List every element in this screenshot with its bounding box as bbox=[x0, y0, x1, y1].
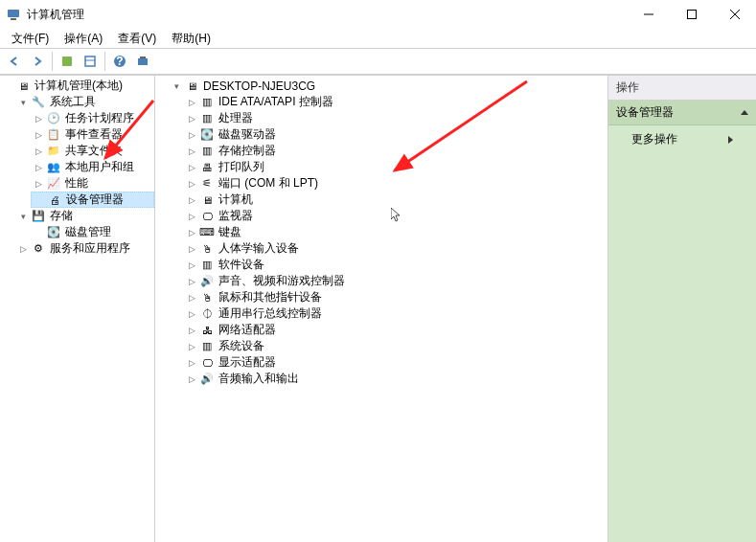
expand-icon[interactable]: ▷ bbox=[186, 97, 197, 108]
section-label: 设备管理器 bbox=[616, 104, 674, 121]
device-category-icon: 🖥 bbox=[199, 192, 215, 208]
menu-help[interactable]: 帮助(H) bbox=[164, 29, 218, 49]
expand-icon[interactable]: ▷ bbox=[186, 357, 197, 369]
left-tree-pane[interactable]: ▷ 🖥 计算机管理(本地) ▾ 🔧 系统工具 ▷🕑任务计划程序 ▷📋事件查看 bbox=[0, 76, 155, 542]
tree-label: 处理器 bbox=[218, 110, 253, 126]
collapse-icon[interactable]: ▾ bbox=[17, 211, 29, 222]
device-category-icon: 🖵 bbox=[199, 209, 215, 224]
tree-item-shared-folders[interactable]: ▷📁共享文件夹 bbox=[31, 143, 154, 159]
more-actions-item[interactable]: 更多操作 bbox=[608, 125, 756, 153]
expand-icon[interactable]: ▷ bbox=[186, 178, 197, 190]
expand-icon[interactable]: ▷ bbox=[186, 227, 197, 238]
collapse-icon[interactable]: ▾ bbox=[171, 80, 182, 92]
tree-label: 网络适配器 bbox=[218, 322, 276, 338]
menu-view[interactable]: 查看(V) bbox=[110, 29, 164, 49]
device-item[interactable]: ▷ 🖥 计算机 bbox=[184, 192, 607, 208]
expand-icon[interactable]: ▷ bbox=[186, 276, 197, 287]
tree-item-local-users[interactable]: ▷👥本地用户和组 bbox=[31, 159, 154, 175]
tree-root-computer-mgmt[interactable]: ▷ 🖥 计算机管理(本地) bbox=[0, 78, 154, 94]
tree-label: 软件设备 bbox=[218, 257, 264, 273]
menu-action[interactable]: 操作(A) bbox=[57, 29, 110, 49]
device-item[interactable]: ▷ ▥ IDE ATA/ATAPI 控制器 bbox=[184, 94, 607, 110]
minimize-button[interactable] bbox=[627, 0, 670, 29]
device-item[interactable]: ▷ ▥ 存储控制器 bbox=[184, 143, 607, 159]
device-item[interactable]: ▷ ⌨ 键盘 bbox=[184, 224, 607, 240]
device-item[interactable]: ▷ 🖶 打印队列 bbox=[184, 159, 607, 175]
toolbar-btn-4[interactable] bbox=[132, 51, 153, 72]
help-button[interactable]: ? bbox=[109, 51, 130, 72]
expand-icon[interactable]: ▷ bbox=[33, 162, 44, 173]
expand-icon[interactable]: ▷ bbox=[33, 113, 44, 124]
tree-item-device-manager[interactable]: ▷🖨设备管理器 bbox=[31, 192, 154, 208]
device-root[interactable]: ▾ 🖥 DESKTOP-NJEU3CG bbox=[169, 78, 607, 94]
window-controls bbox=[627, 0, 756, 29]
expand-icon[interactable]: ▷ bbox=[186, 129, 197, 141]
toolbar-btn-1[interactable] bbox=[57, 51, 78, 72]
expand-icon[interactable]: ▷ bbox=[186, 292, 197, 304]
device-item[interactable]: ▷ ⚟ 端口 (COM 和 LPT) bbox=[184, 175, 607, 192]
collapse-icon[interactable]: ▾ bbox=[17, 97, 29, 108]
tree-label: 人体学输入设备 bbox=[218, 240, 299, 257]
actions-section-title[interactable]: 设备管理器 bbox=[608, 101, 756, 125]
svg-rect-6 bbox=[62, 56, 72, 66]
tree-item-services[interactable]: ▷ ⚙ 服务和应用程序 bbox=[15, 240, 154, 257]
expand-icon[interactable]: ▷ bbox=[33, 129, 44, 141]
expand-icon[interactable]: ▷ bbox=[186, 325, 197, 336]
action-label: 更多操作 bbox=[631, 131, 677, 147]
device-item[interactable]: ▷ ▥ 处理器 bbox=[184, 110, 607, 126]
device-category-icon: 🖵 bbox=[199, 355, 215, 371]
expand-icon[interactable]: ▷ bbox=[186, 113, 197, 124]
expand-icon[interactable]: ▷ bbox=[186, 341, 197, 352]
expand-icon[interactable]: ▷ bbox=[33, 146, 44, 157]
device-item[interactable]: ▷ 🔊 音频输入和输出 bbox=[184, 371, 607, 387]
tree-item-storage[interactable]: ▾ 💾 存储 bbox=[15, 208, 154, 224]
tree-label: 设备管理器 bbox=[66, 192, 124, 208]
device-item[interactable]: ▷ 🔊 声音、视频和游戏控制器 bbox=[184, 273, 607, 289]
events-icon: 📋 bbox=[46, 127, 61, 143]
clock-icon: 🕑 bbox=[46, 111, 61, 126]
maximize-button[interactable] bbox=[670, 0, 713, 29]
tree-item-disk-management[interactable]: ▷💽磁盘管理 bbox=[31, 224, 154, 240]
expand-icon[interactable]: ▷ bbox=[186, 194, 197, 206]
toolbar-separator bbox=[52, 52, 53, 71]
expand-icon[interactable]: ▷ bbox=[33, 178, 44, 190]
device-item[interactable]: ▷ 🖱 鼠标和其他指针设备 bbox=[184, 289, 607, 305]
expand-icon[interactable]: ▷ bbox=[186, 243, 197, 255]
device-item[interactable]: ▷ 💽 磁盘驱动器 bbox=[184, 126, 607, 143]
gear-icon: ⚙ bbox=[31, 241, 46, 257]
tree-item-task-scheduler[interactable]: ▷🕑任务计划程序 bbox=[31, 110, 154, 126]
expand-icon[interactable]: ▷ bbox=[186, 308, 197, 320]
tree-label: 端口 (COM 和 LPT) bbox=[218, 175, 318, 192]
tree-item-system-tools[interactable]: ▾ 🔧 系统工具 bbox=[15, 94, 154, 110]
expand-icon[interactable]: ▷ bbox=[186, 260, 197, 271]
back-button[interactable] bbox=[4, 51, 25, 72]
expand-icon[interactable]: ▷ bbox=[17, 243, 29, 255]
svg-rect-0 bbox=[8, 10, 19, 17]
forward-button[interactable] bbox=[27, 51, 48, 72]
svg-text:?: ? bbox=[116, 55, 123, 68]
toolbar-btn-2[interactable] bbox=[80, 51, 101, 72]
expand-icon[interactable]: ▷ bbox=[186, 162, 197, 173]
content-area: ▷ 🖥 计算机管理(本地) ▾ 🔧 系统工具 ▷🕑任务计划程序 ▷📋事件查看 bbox=[0, 75, 756, 542]
device-item[interactable]: ▷ 🖵 显示适配器 bbox=[184, 354, 607, 371]
device-item[interactable]: ▷ 🖧 网络适配器 bbox=[184, 322, 607, 338]
device-category-icon: 🖧 bbox=[199, 323, 215, 338]
device-item[interactable]: ▷ 🖱 人体学输入设备 bbox=[184, 240, 607, 257]
menu-file[interactable]: 文件(F) bbox=[4, 29, 57, 49]
device-category-icon: 🖶 bbox=[199, 160, 215, 175]
device-item[interactable]: ▷ 🖵 监视器 bbox=[184, 208, 607, 224]
tree-label: 打印队列 bbox=[218, 159, 264, 175]
device-item[interactable]: ▷ ⏀ 通用串行总线控制器 bbox=[184, 305, 607, 322]
expand-icon[interactable]: ▷ bbox=[186, 373, 197, 385]
expand-icon[interactable]: ▷ bbox=[186, 146, 197, 157]
actions-pane: 操作 设备管理器 更多操作 bbox=[608, 76, 756, 542]
device-item[interactable]: ▷ ▥ 软件设备 bbox=[184, 257, 607, 273]
expand-icon[interactable]: ▷ bbox=[186, 211, 197, 222]
device-tree-pane[interactable]: ▾ 🖥 DESKTOP-NJEU3CG ▷ ▥ IDE ATA/ATAPI 控制… bbox=[155, 76, 608, 542]
device-item[interactable]: ▷ ▥ 系统设备 bbox=[184, 338, 607, 354]
device-category-icon: 🖱 bbox=[199, 290, 215, 305]
tree-item-performance[interactable]: ▷📈性能 bbox=[31, 175, 154, 192]
submenu-icon bbox=[728, 136, 733, 144]
close-button[interactable] bbox=[713, 0, 756, 29]
tree-item-event-viewer[interactable]: ▷📋事件查看器 bbox=[31, 126, 154, 143]
